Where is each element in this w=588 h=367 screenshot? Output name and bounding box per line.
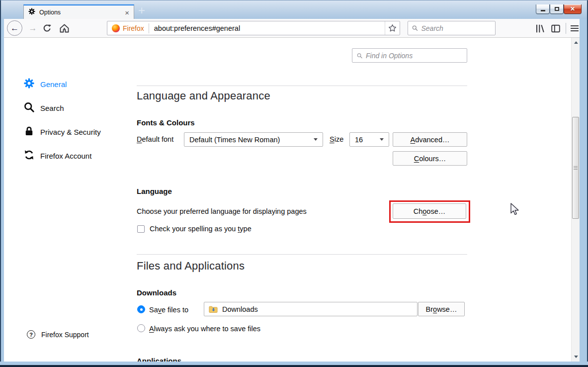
new-tab-button[interactable]: + <box>138 3 145 17</box>
sidebar-item-label: Privacy & Security <box>40 128 101 136</box>
spellcheck-row: Check your spelling as you type <box>137 225 252 233</box>
minimize-button[interactable] <box>536 4 550 14</box>
browse-button[interactable]: Browse… <box>418 302 465 316</box>
close-button[interactable]: ✕ <box>564 4 582 14</box>
tab-options[interactable]: Options × <box>23 4 134 19</box>
download-path-field[interactable]: Downloads <box>204 302 418 316</box>
minimize-icon <box>541 10 545 11</box>
size-label: Size <box>330 135 343 143</box>
url-bar[interactable]: Firefox about:preferences#general <box>107 21 400 35</box>
window-frame-right <box>580 19 588 367</box>
titlebar: Options × + ✕ <box>0 0 588 19</box>
hamburger-icon <box>571 25 579 26</box>
tab-close-icon[interactable]: × <box>125 8 129 17</box>
scrollbar-down-button[interactable] <box>572 353 580 361</box>
sidebar-item-label: Search <box>40 104 64 112</box>
navigation-toolbar: ← → Firefox about:preferences#general <box>4 19 580 38</box>
gear-icon <box>24 78 34 90</box>
library-icon <box>535 24 545 33</box>
gear-icon <box>28 8 35 17</box>
sidebar-item-privacy-security[interactable]: Privacy & Security <box>24 126 101 138</box>
scrollbar-up-button[interactable] <box>572 38 580 47</box>
reload-button[interactable] <box>42 23 53 34</box>
maximize-icon <box>555 7 559 11</box>
support-label: Firefox Support <box>41 331 89 339</box>
site-identity[interactable]: Firefox <box>107 21 149 35</box>
sidebar-toggle-icon <box>551 24 561 33</box>
search-icon <box>412 25 418 31</box>
window-frame-bottom <box>0 362 588 367</box>
default-font-select[interactable]: Default (Times New Roman) <box>184 132 323 147</box>
font-size-select[interactable]: 16 <box>349 132 389 147</box>
preferences-content: General Search Privacy & Security Firefo… <box>4 38 580 362</box>
section-title-language-appearance: Language and Appearance <box>137 90 270 102</box>
spellcheck-label: Check your spelling as you type <box>150 225 252 233</box>
mouse-cursor <box>510 203 521 219</box>
chevron-down-icon <box>314 138 318 141</box>
sidebar-item-label: General <box>40 80 67 89</box>
window-frame-left <box>0 19 4 367</box>
home-button[interactable] <box>59 23 70 34</box>
section-divider <box>137 254 467 255</box>
subsection-fonts-colours: Fonts & Colours <box>137 118 195 127</box>
close-icon: ✕ <box>570 5 575 12</box>
sidebar-item-label: Firefox Account <box>40 152 91 160</box>
sidebar-item-firefox-account[interactable]: Firefox Account <box>24 150 91 162</box>
firefox-logo-icon <box>112 24 120 32</box>
vertical-scrollbar[interactable] <box>571 38 580 362</box>
toolbar-separator <box>566 23 566 34</box>
save-files-to-label: Save files to <box>149 306 188 314</box>
firefox-support-link[interactable]: ? Firefox Support <box>27 330 89 339</box>
always-ask-label: Always ask you where to save files <box>149 325 260 333</box>
maximize-button[interactable] <box>550 4 564 14</box>
back-button[interactable]: ← <box>7 20 22 36</box>
downloads-folder-icon <box>209 305 218 313</box>
sidebar-item-general[interactable]: General <box>24 78 67 90</box>
triangle-up-icon <box>574 41 578 44</box>
url-text[interactable]: about:preferences#general <box>149 24 385 32</box>
tab-title: Options <box>39 9 121 16</box>
sidebar-toggle-button[interactable] <box>550 23 562 34</box>
bookmark-star-button[interactable] <box>385 21 400 35</box>
download-path-text: Downloads <box>222 305 258 313</box>
star-icon <box>388 24 397 32</box>
language-description: Choose your preferred language for displ… <box>137 207 307 215</box>
highlight-rectangle <box>389 200 470 223</box>
sidebar-item-search[interactable]: Search <box>24 102 64 114</box>
sync-icon <box>24 150 34 162</box>
search-icon <box>357 53 362 59</box>
colours-button[interactable]: Colours… <box>393 151 467 166</box>
lock-icon <box>24 126 34 138</box>
browser-window: Options × + ✕ ← → Firefox about:preferen… <box>0 0 588 367</box>
subsection-downloads: Downloads <box>137 288 176 297</box>
section-divider <box>137 86 467 86</box>
save-files-to-radio[interactable] <box>137 305 145 313</box>
subsection-language: Language <box>137 187 172 195</box>
question-icon: ? <box>27 330 35 339</box>
scrollbar-thumb[interactable] <box>572 117 579 219</box>
chevron-down-icon <box>380 138 384 141</box>
find-in-options-input[interactable] <box>366 52 462 60</box>
section-title-files-applications: Files and Applications <box>137 260 245 273</box>
hamburger-menu-button[interactable] <box>570 24 580 33</box>
toolbar-search[interactable] <box>408 21 496 35</box>
always-ask-radio[interactable] <box>137 324 145 332</box>
identity-label: Firefox <box>123 24 144 32</box>
search-icon <box>24 102 34 114</box>
default-font-label: Default font <box>137 135 173 143</box>
forward-button[interactable]: → <box>27 22 39 34</box>
advanced-button[interactable]: Advanced… <box>393 132 467 147</box>
subsection-applications: Applications <box>137 357 181 362</box>
triangle-down-icon <box>574 356 578 358</box>
library-button[interactable] <box>534 23 546 34</box>
find-in-options[interactable] <box>352 48 467 63</box>
spellcheck-checkbox[interactable] <box>137 225 145 233</box>
search-input[interactable] <box>421 24 491 32</box>
